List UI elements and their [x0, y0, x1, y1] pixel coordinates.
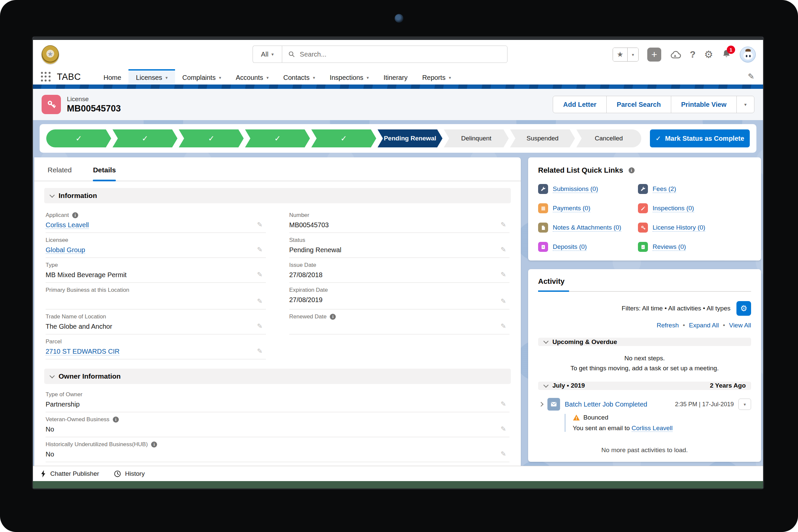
- favorites-control: ★ ▾: [613, 48, 639, 61]
- activity-tabs: Activity: [538, 277, 751, 292]
- licensee-link[interactable]: Global Group: [45, 246, 85, 254]
- tab-details[interactable]: Details: [93, 166, 116, 180]
- edit-pencil-icon[interactable]: ✎: [257, 221, 263, 229]
- edit-pencil-icon[interactable]: ✎: [257, 270, 263, 279]
- expand-chevron-icon[interactable]: [539, 402, 544, 406]
- edit-nav-pencil-icon[interactable]: ✎: [748, 72, 755, 81]
- user-avatar[interactable]: [740, 46, 756, 62]
- parcel-link[interactable]: 2710 ST EDWARDS CIR: [45, 348, 119, 355]
- edit-pencil-icon[interactable]: ✎: [500, 322, 506, 330]
- wrench-icon: [638, 184, 648, 194]
- search-scope-selector[interactable]: All ▾: [252, 45, 282, 63]
- section-information[interactable]: Information: [44, 188, 511, 203]
- path-step-completed-1[interactable]: ✓: [46, 129, 111, 147]
- add-letter-button[interactable]: Add Letter: [553, 96, 607, 113]
- field-primary-business: Primary Business at this Location ✎: [45, 283, 266, 309]
- july-2019-group-header[interactable]: July • 2019 2 Years Ago: [538, 382, 751, 390]
- setup-gear-icon[interactable]: ⚙: [704, 50, 713, 60]
- chevron-down-icon[interactable]: ▾: [267, 75, 269, 80]
- email-recipient-link[interactable]: Corliss Leavell: [632, 424, 673, 432]
- chevron-down-icon[interactable]: ▾: [165, 75, 168, 80]
- quick-link-deposits[interactable]: Deposits (0): [538, 242, 638, 252]
- field-veteran-owned: Veteran-Owned Business i No ✎: [45, 412, 510, 437]
- edit-pencil-icon[interactable]: ✎: [500, 270, 506, 279]
- chevron-down-icon[interactable]: ▾: [313, 75, 315, 80]
- chatter-publisher-button[interactable]: Chatter Publisher: [40, 470, 99, 478]
- edit-pencil-icon[interactable]: ✎: [257, 347, 263, 355]
- record-detail-card: Related Details Information Applicant i: [34, 157, 521, 466]
- path-step-completed-2[interactable]: ✓: [113, 129, 177, 147]
- upcoming-overdue-header[interactable]: Upcoming & Overdue: [538, 338, 751, 346]
- refresh-link[interactable]: Refresh: [657, 322, 679, 329]
- app-launcher-icon[interactable]: [41, 72, 51, 82]
- favorites-menu-caret-icon[interactable]: ▾: [628, 48, 638, 61]
- edit-pencil-icon[interactable]: ✎: [500, 246, 506, 253]
- trailhead-cloud-icon[interactable]: [670, 50, 681, 60]
- quick-link-license-history[interactable]: License History (0): [638, 223, 751, 232]
- info-icon[interactable]: i: [629, 167, 634, 173]
- quick-link-payments[interactable]: Payments (0): [538, 203, 638, 213]
- parcel-search-button[interactable]: Parcel Search: [607, 96, 671, 113]
- quick-link-fees[interactable]: Fees (2): [638, 184, 751, 194]
- printable-view-button[interactable]: Printable View: [671, 96, 737, 113]
- edit-pencil-icon[interactable]: ✎: [257, 246, 263, 253]
- main-content: Related Details Information Applicant i: [33, 157, 763, 466]
- help-icon[interactable]: ?: [690, 50, 696, 59]
- view-all-link[interactable]: View All: [729, 322, 751, 329]
- edit-pencil-icon[interactable]: ✎: [500, 221, 506, 229]
- info-icon[interactable]: i: [113, 417, 119, 422]
- edit-pencil-icon[interactable]: ✎: [257, 297, 263, 305]
- email-subject-link[interactable]: Batch Letter Job Completed: [565, 401, 670, 408]
- notifications-bell[interactable]: 1: [722, 49, 731, 60]
- path-step-cancelled[interactable]: Cancelled: [576, 129, 641, 147]
- history-button[interactable]: History: [114, 470, 145, 477]
- nav-item-licenses[interactable]: Licenses ▾: [129, 69, 175, 84]
- info-icon[interactable]: i: [330, 314, 336, 320]
- filter-settings-button[interactable]: ⚙: [737, 301, 751, 316]
- tab-activity[interactable]: Activity: [538, 277, 564, 291]
- nav-item-inspections[interactable]: Inspections ▾: [322, 69, 376, 84]
- field-renewed-date: Renewed Date i ✎: [289, 309, 510, 335]
- nav-item-home[interactable]: Home: [96, 69, 129, 84]
- chevron-down-icon[interactable]: ▾: [367, 75, 369, 80]
- edit-pencil-icon[interactable]: ✎: [500, 450, 506, 458]
- record-titles: License MB00545703: [67, 95, 121, 114]
- search-input[interactable]: [300, 51, 501, 58]
- nav-item-contacts[interactable]: Contacts ▾: [276, 69, 322, 84]
- edit-pencil-icon[interactable]: ✎: [500, 425, 506, 433]
- path-step-completed-5[interactable]: ✓: [311, 129, 376, 147]
- status-path: ✓ ✓ ✓ ✓ ✓ Pending Renewal Delinquent Sus…: [46, 129, 641, 147]
- path-step-completed-4[interactable]: ✓: [245, 129, 310, 147]
- nav-item-complaints[interactable]: Complaints ▾: [175, 69, 229, 84]
- path-step-suspended[interactable]: Suspended: [510, 129, 575, 147]
- quick-link-reviews[interactable]: Reviews (0): [638, 242, 751, 252]
- nav-item-accounts[interactable]: Accounts ▾: [228, 69, 276, 84]
- nav-item-reports[interactable]: Reports ▾: [415, 69, 459, 84]
- expand-all-link[interactable]: Expand All: [689, 322, 719, 329]
- path-step-delinquent[interactable]: Delinquent: [444, 129, 509, 147]
- more-actions-caret-icon[interactable]: ▾: [737, 96, 754, 113]
- search-box[interactable]: [282, 45, 508, 63]
- info-icon[interactable]: i: [151, 441, 157, 448]
- edit-pencil-icon[interactable]: ✎: [500, 400, 506, 408]
- info-icon[interactable]: i: [72, 212, 78, 218]
- global-search: All ▾: [252, 45, 508, 63]
- chevron-down-icon[interactable]: ▾: [449, 75, 451, 80]
- email-actions-dropdown[interactable]: ▾: [738, 399, 751, 410]
- quick-link-submissions[interactable]: Submissions (0): [538, 184, 638, 194]
- path-step-pending-renewal[interactable]: Pending Renewal: [378, 129, 442, 147]
- edit-pencil-icon[interactable]: ✎: [500, 297, 506, 305]
- edit-pencil-icon[interactable]: ✎: [257, 322, 263, 330]
- section-owner-information[interactable]: Owner Information: [44, 369, 511, 384]
- nav-item-itinerary[interactable]: Itinerary: [376, 69, 415, 84]
- mark-status-complete-button[interactable]: ✓ Mark Status as Complete: [650, 129, 750, 147]
- quick-link-inspections[interactable]: Inspections (0): [638, 203, 751, 213]
- path-step-completed-3[interactable]: ✓: [179, 129, 244, 147]
- clock-icon: [114, 470, 121, 477]
- global-actions-plus-icon[interactable]: +: [647, 48, 661, 61]
- favorite-star-icon[interactable]: ★: [613, 48, 628, 61]
- tab-related[interactable]: Related: [48, 166, 72, 180]
- applicant-link[interactable]: Corliss Leavell: [45, 221, 89, 229]
- chevron-down-icon[interactable]: ▾: [219, 75, 221, 80]
- quick-link-notes-attachments[interactable]: Notes & Attachments (0): [538, 223, 638, 232]
